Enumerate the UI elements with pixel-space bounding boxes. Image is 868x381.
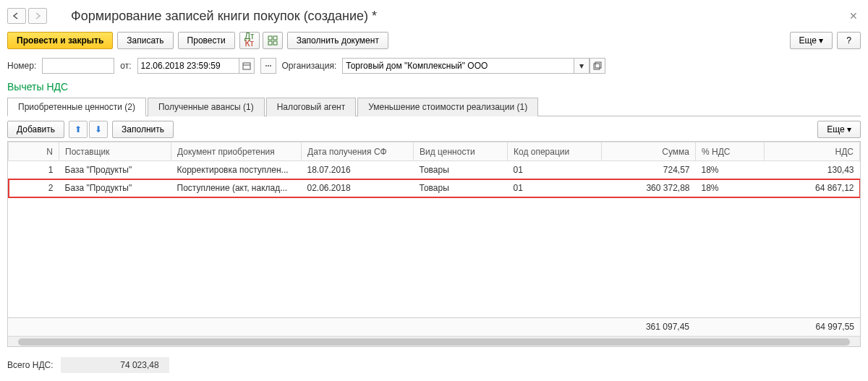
from-label: от: bbox=[120, 61, 131, 71]
org-dropdown-button[interactable]: ▾ bbox=[574, 58, 590, 74]
date-extra-button[interactable] bbox=[260, 58, 276, 74]
svg-rect-2 bbox=[268, 41, 272, 45]
dt-kt-button[interactable]: ДтКт bbox=[239, 32, 260, 49]
fill-document-button[interactable]: Заполнить документ bbox=[287, 32, 388, 49]
org-input[interactable] bbox=[342, 58, 574, 74]
chevron-down-icon: ▾ bbox=[819, 35, 823, 46]
more-label: Еще bbox=[799, 35, 817, 46]
svg-rect-9 bbox=[594, 64, 600, 69]
more-button-sub[interactable]: Еще ▾ bbox=[817, 121, 861, 138]
fill-button[interactable]: Заполнить bbox=[112, 121, 174, 138]
svg-rect-10 bbox=[595, 62, 601, 68]
add-row-button[interactable]: Добавить bbox=[7, 121, 64, 138]
data-table: N Поставщик Документ приобретения Дата п… bbox=[8, 142, 860, 197]
col-n[interactable]: N bbox=[9, 142, 59, 161]
tab-1[interactable]: Полученные авансы (1) bbox=[148, 98, 265, 116]
org-label: Организация: bbox=[282, 61, 337, 71]
nav-back-button[interactable] bbox=[7, 8, 26, 24]
svg-rect-4 bbox=[243, 63, 250, 69]
svg-rect-1 bbox=[273, 36, 277, 40]
close-icon[interactable]: ✕ bbox=[846, 7, 861, 25]
svg-rect-0 bbox=[268, 36, 272, 40]
open-icon bbox=[593, 61, 602, 70]
chevron-down-icon: ▾ bbox=[579, 61, 584, 71]
total-sum: 361 097,45 bbox=[601, 318, 695, 336]
tab-2[interactable]: Налоговый агент bbox=[266, 98, 357, 116]
svg-point-7 bbox=[268, 65, 269, 67]
horizontal-scrollbar[interactable] bbox=[8, 336, 860, 346]
col-vatpct[interactable]: % НДС bbox=[696, 142, 765, 161]
totals-row: 361 097,45 64 997,55 bbox=[8, 318, 860, 336]
date-input[interactable] bbox=[137, 58, 239, 74]
calendar-icon bbox=[242, 61, 251, 70]
total-vat: 64 997,55 bbox=[764, 318, 860, 336]
col-vat[interactable]: НДС bbox=[765, 142, 860, 161]
col-opcode[interactable]: Код операции bbox=[508, 142, 602, 161]
move-up-button[interactable]: ⬆ bbox=[69, 121, 88, 138]
svg-rect-3 bbox=[273, 41, 277, 45]
tab-3[interactable]: Уменьшение стоимости реализации (1) bbox=[357, 98, 538, 116]
dt-kt-icon: ДтКт bbox=[244, 33, 255, 48]
move-down-button[interactable]: ⬇ bbox=[89, 121, 108, 138]
calendar-button[interactable] bbox=[239, 58, 255, 74]
structure-icon bbox=[268, 35, 278, 46]
table-row[interactable]: 1База "Продукты"Корректировка поступлен.… bbox=[9, 161, 860, 179]
org-open-button[interactable] bbox=[590, 58, 605, 74]
col-sum[interactable]: Сумма bbox=[602, 142, 696, 161]
col-kind[interactable]: Вид ценности bbox=[414, 142, 508, 161]
table-row[interactable]: 2База "Продукты"Поступление (акт, наклад… bbox=[9, 179, 860, 197]
number-input[interactable] bbox=[42, 58, 114, 74]
save-button[interactable]: Записать bbox=[117, 32, 173, 49]
page-title: Формирование записей книги покупок (созд… bbox=[71, 9, 846, 24]
svg-point-6 bbox=[265, 65, 267, 67]
arrow-down-icon: ⬇ bbox=[95, 124, 102, 134]
tab-0[interactable]: Приобретенные ценности (2) bbox=[7, 98, 146, 116]
col-supplier[interactable]: Поставщик bbox=[59, 142, 171, 161]
total-vat-value: 74 023,48 bbox=[61, 357, 169, 373]
chevron-down-icon: ▾ bbox=[847, 124, 851, 134]
structure-button[interactable] bbox=[263, 32, 283, 49]
post-button[interactable]: Провести bbox=[178, 32, 235, 49]
nav-forward-button[interactable] bbox=[28, 8, 47, 24]
ellipsis-icon bbox=[264, 61, 273, 70]
post-and-close-button[interactable]: Провести и закрыть bbox=[7, 32, 113, 49]
number-label: Номер: bbox=[7, 61, 36, 71]
arrow-up-icon: ⬆ bbox=[75, 124, 82, 134]
more-button-top[interactable]: Еще ▾ bbox=[790, 32, 833, 49]
svg-point-8 bbox=[270, 65, 271, 67]
total-vat-label: Всего НДС: bbox=[7, 360, 54, 370]
more-label-sub: Еще bbox=[827, 124, 844, 134]
col-sfdate[interactable]: Дата получения СФ bbox=[302, 142, 414, 161]
section-title: Вычеты НДС bbox=[7, 81, 861, 93]
col-doc[interactable]: Документ приобретения bbox=[171, 142, 302, 161]
help-button[interactable]: ? bbox=[837, 32, 861, 49]
